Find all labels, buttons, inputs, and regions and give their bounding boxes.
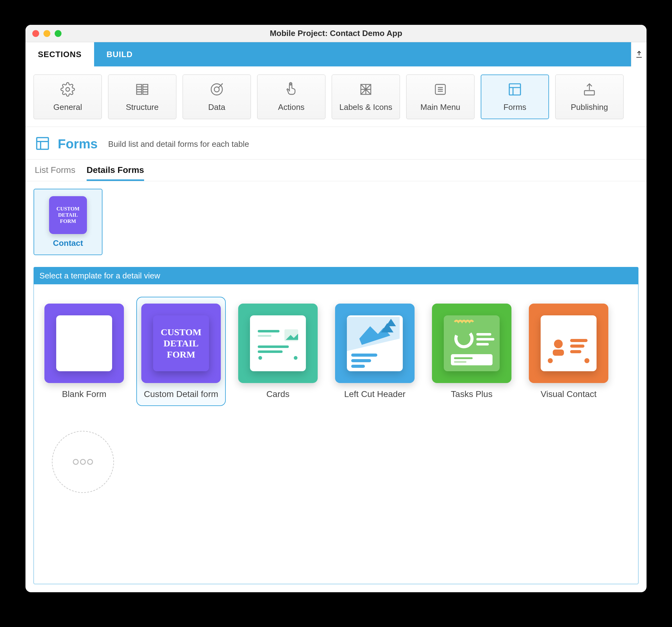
svg-rect-32	[454, 361, 466, 363]
chip-thumb: CUSTOM DETAIL FORM	[49, 196, 87, 234]
template-tile	[44, 304, 124, 383]
template-picker-header: Select a template for a detail view	[34, 267, 638, 284]
svg-rect-36	[570, 345, 584, 348]
section-general[interactable]: General	[33, 75, 102, 119]
template-label: Custom Detail form	[144, 389, 218, 399]
section-forms[interactable]: Forms	[481, 75, 549, 119]
svg-point-18	[294, 356, 297, 360]
minimize-icon[interactable]	[44, 30, 50, 37]
svg-rect-10	[37, 137, 48, 149]
subtab-details-forms[interactable]: Details Forms	[87, 165, 144, 181]
svg-point-17	[258, 356, 262, 360]
svg-rect-30	[451, 354, 493, 365]
template-custom-detail-form[interactable]: CUSTOM DETAIL FORM Custom Detail form	[136, 297, 226, 406]
window-title: Mobile Project: Contact Demo App	[25, 29, 647, 38]
svg-point-38	[548, 358, 553, 363]
template-label: Visual Contact	[541, 389, 597, 399]
template-label: Left Cut Header	[344, 389, 406, 399]
gear-icon	[60, 82, 75, 98]
table-chips: CUSTOM DETAIL FORM Contact	[25, 181, 647, 262]
template-label: Blank Form	[62, 389, 106, 399]
template-visual-contact[interactable]: Visual Contact	[524, 297, 613, 406]
svg-rect-9	[584, 91, 594, 95]
section-label: General	[53, 102, 82, 112]
more-templates-button[interactable]	[52, 431, 114, 493]
template-blank-form[interactable]: Blank Form	[40, 297, 129, 406]
section-actions[interactable]: Actions	[257, 75, 326, 119]
upload-icon[interactable]	[631, 42, 647, 67]
tab-build[interactable]: BUILD	[94, 42, 145, 67]
section-toolbar: General Structure Data Actions Labels & …	[25, 67, 647, 127]
template-label: Cards	[266, 389, 290, 399]
section-main-menu[interactable]: Main Menu	[406, 75, 475, 119]
svg-rect-34	[553, 350, 564, 356]
labels-icon	[358, 82, 373, 98]
section-label: Structure	[126, 102, 159, 112]
section-label: Main Menu	[421, 102, 460, 112]
template-label: Tasks Plus	[451, 389, 493, 399]
svg-rect-16	[258, 350, 283, 353]
template-tile	[529, 304, 608, 383]
template-tile	[238, 304, 318, 383]
close-icon[interactable]	[32, 30, 39, 37]
titlebar: Mobile Project: Contact Demo App	[25, 25, 647, 42]
svg-point-41	[80, 459, 86, 465]
svg-point-33	[554, 340, 563, 348]
app-window: Mobile Project: Contact Demo App SECTION…	[25, 25, 647, 592]
forms-icon	[507, 82, 522, 98]
section-label: Data	[208, 102, 225, 112]
svg-rect-8	[509, 84, 521, 95]
section-structure[interactable]: Structure	[108, 75, 176, 119]
template-grid: Blank Form CUSTOM DETAIL FORM Custom Det…	[34, 284, 638, 511]
chip-label: Contact	[53, 239, 83, 248]
section-label: Actions	[278, 102, 304, 112]
section-publishing[interactable]: Publishing	[555, 75, 624, 119]
svg-point-4	[214, 87, 219, 92]
section-data[interactable]: Data	[183, 75, 251, 119]
svg-rect-25	[351, 365, 365, 368]
publishing-icon	[582, 82, 597, 98]
template-tile: CUSTOM DETAIL FORM	[141, 304, 221, 383]
top-tabbar: SECTIONS BUILD	[25, 42, 647, 67]
svg-rect-12	[258, 335, 271, 337]
tab-sections[interactable]: SECTIONS	[25, 42, 94, 67]
svg-rect-29	[476, 343, 489, 346]
mainmenu-icon	[433, 82, 448, 98]
data-icon	[209, 82, 224, 98]
template-tile	[335, 304, 414, 383]
panel-description: Build list and detail forms for each tab…	[108, 140, 249, 149]
svg-rect-24	[351, 359, 371, 362]
actions-icon	[284, 82, 299, 98]
forms-subtabs: List Forms Details Forms	[25, 159, 647, 181]
svg-point-42	[88, 459, 93, 465]
section-labels-icons[interactable]: Labels & Icons	[332, 75, 400, 119]
svg-rect-35	[570, 339, 587, 342]
section-label: Publishing	[571, 102, 608, 112]
template-tasks-plus[interactable]: Tasks Plus	[427, 297, 517, 406]
chip-contact[interactable]: CUSTOM DETAIL FORM Contact	[33, 189, 102, 255]
zoom-icon[interactable]	[55, 30, 62, 37]
subtab-list-forms[interactable]: List Forms	[35, 165, 75, 181]
template-left-cut-header[interactable]: Left Cut Header	[330, 297, 419, 406]
svg-rect-37	[570, 350, 581, 353]
ellipsis-icon	[72, 458, 94, 466]
forms-icon	[35, 136, 50, 152]
svg-point-26	[453, 327, 475, 350]
section-label: Forms	[503, 102, 526, 112]
template-cards[interactable]: Cards	[233, 297, 322, 406]
template-tile	[432, 304, 511, 383]
svg-point-40	[73, 459, 78, 465]
svg-rect-27	[476, 333, 491, 335]
traffic-lights	[32, 30, 62, 37]
svg-rect-31	[454, 357, 473, 359]
svg-rect-15	[258, 346, 289, 348]
svg-rect-23	[351, 354, 377, 357]
svg-point-39	[584, 358, 590, 363]
svg-rect-11	[258, 330, 280, 332]
section-label: Labels & Icons	[339, 102, 392, 112]
svg-rect-28	[476, 338, 495, 341]
structure-icon	[135, 82, 150, 98]
panel-title: Forms	[58, 136, 97, 151]
panel-header: Forms Build list and detail forms for ea…	[25, 127, 647, 159]
svg-point-0	[66, 87, 70, 91]
